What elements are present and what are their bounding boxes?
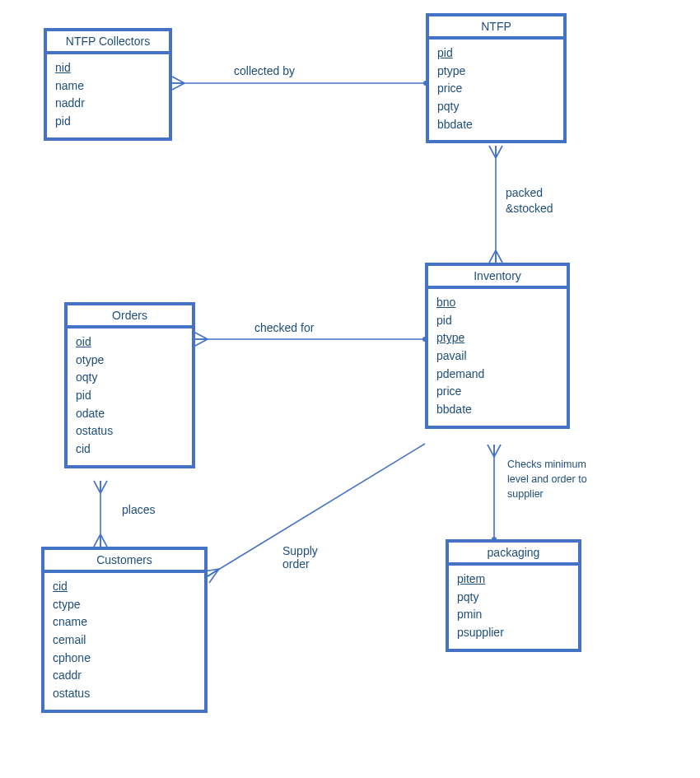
attr: cid — [76, 440, 184, 459]
entity-packaging: packaging pitem pqty pmin psupplier — [446, 539, 581, 652]
attr: naddr — [55, 95, 161, 113]
rel-label-checks-min-2: level and order to — [507, 473, 587, 485]
entity-inventory: Inventory bno pid ptype pavail pdemand p… — [425, 263, 570, 429]
entity-title: Inventory — [428, 266, 567, 289]
attr: pqty — [457, 589, 570, 607]
crowfoot-packed-top — [489, 146, 502, 158]
attr: nid — [55, 59, 161, 77]
attr: pmin — [457, 606, 570, 624]
attr: cphone — [53, 650, 196, 668]
attr: pitem — [457, 571, 570, 589]
rel-label-places: places — [122, 503, 155, 516]
entity-customers: Customers cid ctype cname cemail cphone … — [41, 547, 208, 713]
er-diagram-canvas: { "entities": { "ntfp_collectors": { "ti… — [0, 0, 700, 778]
attr: caddr — [53, 667, 196, 685]
attr: bbdate — [437, 116, 555, 134]
crowfoot-places-top — [94, 481, 107, 493]
rel-label-packed: packed — [506, 186, 543, 199]
entity-title: NTFP — [429, 16, 563, 40]
crowfoot-collected-by-left — [172, 77, 184, 90]
attr: ctype — [53, 596, 196, 614]
entity-orders: Orders oid otype oqty pid odate ostatus … — [64, 302, 195, 468]
attr: bbdate — [436, 401, 558, 419]
crowfoot-places-bottom — [94, 534, 107, 547]
attr: pid — [76, 387, 184, 405]
attr: price — [436, 383, 558, 401]
attr: pdemand — [436, 366, 558, 384]
entity-body: nid name naddr pid — [47, 54, 169, 137]
entity-body: pid ptype price pqty bbdate — [429, 40, 563, 140]
attr: cemail — [53, 631, 196, 650]
attr: ostatus — [76, 422, 184, 440]
attr: cname — [53, 613, 196, 631]
crowfoot-packed-bottom — [489, 250, 502, 263]
rel-label-collected-by: collected by — [234, 64, 295, 77]
attr: ostatus — [53, 685, 196, 703]
attr: ptype — [437, 63, 555, 81]
rel-label-checks-min-1: Checks minimum — [507, 459, 586, 470]
rel-label-checked-for: checked for — [254, 321, 314, 334]
attr: pid — [437, 44, 555, 63]
rel-label-supply-order: Supply order — [282, 544, 318, 571]
attr: price — [437, 80, 555, 98]
crowfoot-checks-top — [488, 445, 501, 457]
crowfoot-checked-for-left — [195, 333, 208, 346]
attr: name — [55, 77, 161, 96]
entity-ntfp: NTFP pid ptype price pqty bbdate — [426, 13, 567, 143]
entity-title: packaging — [449, 543, 578, 566]
entity-title: NTFP Collectors — [47, 31, 169, 54]
rel-label-checks-min-3: supplier — [507, 488, 544, 500]
attr: oid — [76, 333, 184, 352]
entity-title: Orders — [68, 305, 192, 328]
entity-body: cid ctype cname cemail cphone caddr osta… — [44, 573, 204, 710]
attr: pid — [436, 312, 558, 330]
attr: ptype — [436, 329, 558, 347]
attr: pavail — [436, 347, 558, 366]
entity-body: bno pid ptype pavail pdemand price bbdat… — [428, 289, 567, 426]
attr: pqty — [437, 98, 555, 116]
attr: odate — [76, 405, 184, 423]
attr: cid — [53, 578, 196, 596]
attr: oqty — [76, 369, 184, 387]
attr: psupplier — [457, 624, 570, 642]
entity-body: pitem pqty pmin psupplier — [449, 566, 578, 649]
rel-label-stocked: &stocked — [506, 202, 553, 215]
attr: bno — [436, 294, 558, 312]
attr: otype — [76, 352, 184, 370]
entity-body: oid otype oqty pid odate ostatus cid — [68, 328, 192, 465]
entity-ntfp-collectors: NTFP Collectors nid name naddr pid — [44, 28, 172, 141]
attr: pid — [55, 113, 161, 131]
entity-title: Customers — [44, 550, 204, 573]
